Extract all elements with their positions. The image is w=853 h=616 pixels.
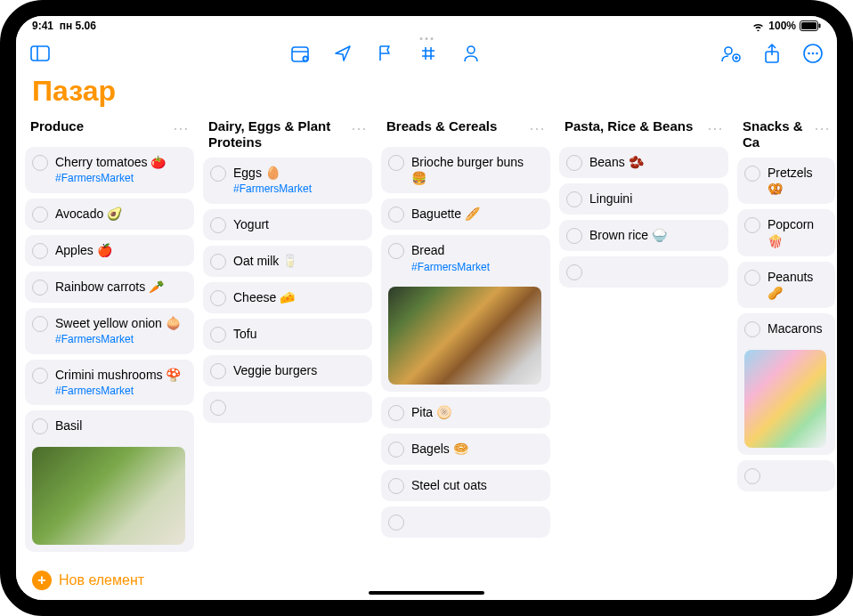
calendar-button[interactable] [288, 42, 312, 65]
card-text: Sweet yellow onion 🧅#FarmersMarket [55, 315, 181, 347]
card-image[interactable] [744, 350, 826, 448]
share-button[interactable] [760, 42, 784, 65]
list-title: Пазар [16, 71, 837, 115]
checkbox[interactable] [32, 418, 48, 434]
checkbox[interactable] [210, 363, 226, 379]
reminder-card[interactable]: Baguette 🥖 [381, 199, 550, 230]
card-tag[interactable]: #FarmersMarket [55, 172, 166, 186]
card-label: Brioche burger buns 🍔 [411, 154, 541, 186]
checkbox[interactable] [32, 316, 48, 332]
checkbox[interactable] [210, 327, 226, 343]
checkbox[interactable] [388, 515, 404, 531]
checkbox[interactable] [388, 155, 404, 171]
checkbox[interactable] [566, 191, 582, 207]
column-more-button[interactable]: ⋯ [814, 118, 830, 138]
svg-point-9 [725, 47, 732, 54]
column-more-button[interactable]: ⋯ [529, 118, 545, 138]
home-indicator[interactable] [369, 591, 484, 595]
reminder-card[interactable]: Crimini mushrooms 🍄#FarmersMarket [25, 360, 194, 406]
checkbox[interactable] [744, 321, 760, 337]
checkbox[interactable] [744, 468, 760, 484]
reminder-card[interactable] [203, 392, 372, 423]
column-more-button[interactable]: ⋯ [173, 118, 189, 138]
column-body: Cherry tomatoes 🍅#FarmersMarketAvocado 🥑… [25, 147, 194, 552]
card-tag[interactable]: #FarmersMarket [233, 182, 312, 197]
checkbox[interactable] [744, 217, 760, 233]
reminder-card[interactable]: Cherry tomatoes 🍅#FarmersMarket [25, 147, 194, 193]
reminder-card[interactable]: Rainbow carrots 🥕 [25, 272, 194, 303]
checkbox[interactable] [32, 243, 48, 259]
checkbox[interactable] [388, 207, 404, 223]
reminder-card[interactable] [381, 507, 550, 538]
tag-button[interactable] [417, 42, 440, 65]
reminder-card[interactable]: Tofu [203, 319, 372, 350]
checkbox[interactable] [388, 442, 404, 458]
location-button[interactable] [331, 42, 354, 65]
reminder-card[interactable]: Sweet yellow onion 🧅#FarmersMarket [25, 308, 194, 354]
checkbox[interactable] [210, 290, 226, 306]
reminder-card[interactable]: Eggs 🥚#FarmersMarket [203, 158, 372, 204]
checkbox[interactable] [32, 280, 48, 296]
flag-button[interactable] [374, 42, 397, 65]
checkbox[interactable] [388, 478, 404, 494]
checkbox[interactable] [388, 243, 404, 259]
reminder-card[interactable] [737, 460, 835, 491]
person-button[interactable] [459, 42, 483, 65]
reminder-card[interactable]: Basil [25, 410, 194, 552]
reminder-card[interactable]: Avocado 🥑 [25, 199, 194, 230]
reminder-card[interactable]: Beans 🫘 [559, 147, 728, 178]
card-label: Sweet yellow onion 🧅 [55, 315, 181, 331]
checkbox[interactable] [32, 155, 48, 171]
reminder-card[interactable]: Bread#FarmersMarket [381, 235, 550, 392]
svg-point-8 [467, 46, 475, 53]
reminder-card[interactable]: Popcorn 🍿 [737, 209, 835, 255]
card-label: Cherry tomatoes 🍅 [55, 154, 166, 170]
checkbox[interactable] [566, 264, 582, 280]
reminder-card[interactable]: Brown rice 🍚 [559, 220, 728, 251]
reminder-card[interactable]: Yogurt [203, 209, 372, 240]
reminder-card[interactable]: Brioche burger buns 🍔 [381, 147, 550, 193]
checkbox[interactable] [32, 207, 48, 223]
card-label: Popcorn 🍿 [768, 216, 826, 248]
reminder-card[interactable]: Peanuts 🥜 [737, 262, 835, 308]
checkbox[interactable] [566, 228, 582, 244]
card-image[interactable] [32, 447, 185, 545]
card-label: Bagels 🥯 [411, 441, 468, 457]
reminder-card[interactable]: Linguini [559, 183, 728, 215]
reminder-card[interactable]: Steel cut oats [381, 470, 550, 501]
collaborate-button[interactable] [719, 42, 743, 65]
multitask-handle[interactable] [420, 37, 434, 40]
add-item-icon[interactable]: + [32, 571, 52, 590]
checkbox[interactable] [210, 400, 226, 416]
reminder-card[interactable]: Bagels 🥯 [381, 434, 550, 465]
card-text: Pretzels 🥨 [768, 165, 826, 197]
reminder-card[interactable]: Apples 🍎 [25, 235, 194, 266]
reminder-card[interactable]: Oat milk 🥛 [203, 246, 372, 277]
board[interactable]: Produce⋯Cherry tomatoes 🍅#FarmersMarketA… [16, 115, 837, 561]
checkbox[interactable] [566, 155, 582, 171]
reminder-card[interactable] [559, 256, 728, 288]
more-button[interactable] [801, 42, 825, 65]
reminder-card[interactable]: Macarons [737, 313, 835, 455]
card-text: Cheese 🧀 [233, 289, 295, 305]
sidebar-toggle-button[interactable] [28, 42, 52, 65]
card-tag[interactable]: #FarmersMarket [411, 261, 490, 275]
column-more-button[interactable]: ⋯ [351, 118, 367, 138]
reminder-card[interactable]: Veggie burgers [203, 355, 372, 386]
column: Dairy, Eggs & Plant Proteins⋯Eggs 🥚#Farm… [203, 115, 372, 554]
reminder-card[interactable]: Cheese 🧀 [203, 282, 372, 313]
column-more-button[interactable]: ⋯ [707, 118, 723, 138]
card-tag[interactable]: #FarmersMarket [55, 385, 181, 399]
checkbox[interactable] [388, 405, 404, 421]
reminder-card[interactable]: Pretzels 🥨 [737, 158, 835, 204]
add-item-button[interactable]: Нов елемент [59, 572, 144, 588]
checkbox[interactable] [210, 166, 226, 182]
checkbox[interactable] [744, 166, 760, 182]
checkbox[interactable] [32, 368, 48, 384]
reminder-card[interactable]: Pita 🫓 [381, 397, 550, 428]
card-tag[interactable]: #FarmersMarket [55, 333, 181, 347]
checkbox[interactable] [210, 254, 226, 270]
card-image[interactable] [388, 287, 541, 385]
checkbox[interactable] [744, 270, 760, 286]
checkbox[interactable] [210, 217, 226, 233]
